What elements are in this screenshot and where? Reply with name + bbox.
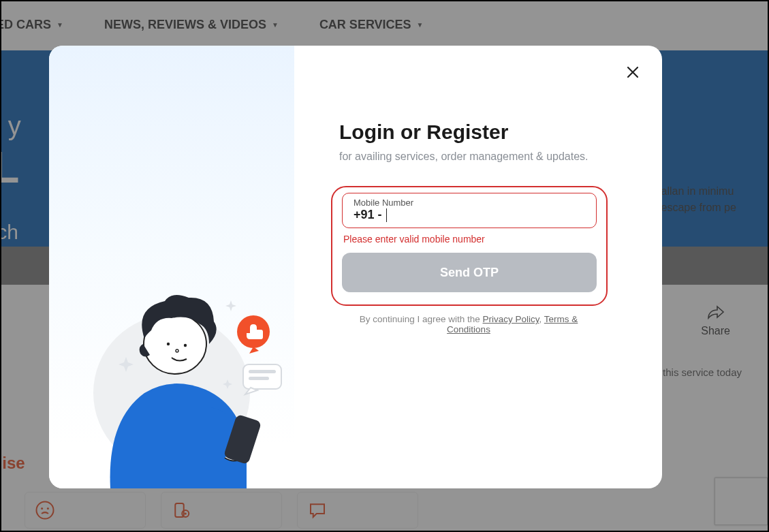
close-button[interactable] xyxy=(627,66,639,81)
terms-text: By continuing I agree with the Privacy P… xyxy=(339,314,598,334)
person-phone-illustration xyxy=(69,264,287,488)
svg-rect-15 xyxy=(249,377,269,380)
input-label: Mobile Number xyxy=(354,198,585,208)
country-code-prefix: +91 - xyxy=(354,208,382,222)
svg-point-8 xyxy=(167,343,170,345)
close-icon xyxy=(627,66,639,78)
login-modal: Login or Register for availing services,… xyxy=(49,46,662,488)
modal-title: Login or Register xyxy=(339,121,631,144)
privacy-policy-link[interactable]: Privacy Policy xyxy=(483,314,539,324)
modal-illustration-panel xyxy=(49,46,294,488)
modal-form-panel: Login or Register for availing services,… xyxy=(294,46,662,488)
terms-separator: , xyxy=(539,314,544,324)
mobile-number-input[interactable] xyxy=(391,208,527,222)
svg-rect-14 xyxy=(249,370,276,373)
terms-prefix: By continuing I agree with the xyxy=(360,314,483,324)
form-error-highlight: Mobile Number +91 - Please enter valid m… xyxy=(331,186,608,306)
modal-subtitle: for availing services, order management … xyxy=(339,151,631,163)
mobile-number-field[interactable]: Mobile Number +91 - xyxy=(342,193,597,228)
validation-error-text: Please enter valid mobile number xyxy=(343,234,595,245)
text-cursor xyxy=(386,208,387,222)
send-otp-button[interactable]: Send OTP xyxy=(342,253,597,292)
svg-point-9 xyxy=(184,344,187,347)
